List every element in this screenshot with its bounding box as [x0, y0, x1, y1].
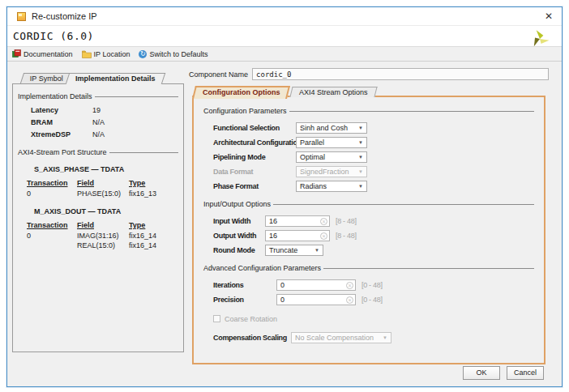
tab-implementation-details[interactable]: Implementation Details [66, 73, 165, 84]
section-axi4-port-structure: AXI4-Stream Port Structure [18, 148, 178, 156]
component-name-row: Component Name [189, 68, 549, 80]
section-rule [273, 204, 534, 205]
coarse-rotation-row: Coarse Rotation [213, 312, 534, 326]
ip-location-label: IP Location [94, 50, 130, 58]
product-title: CORDIC (6.0) [13, 30, 94, 42]
param-row-functional-selection: Functional Selection Sinh and Cosh [213, 121, 534, 135]
cancel-button[interactable]: Cancel [507, 366, 544, 380]
configuration-options-pane: Configuration Parameters Functional Sele… [192, 96, 545, 364]
component-name-label: Component Name [189, 70, 248, 79]
chevron-down-icon [358, 155, 363, 160]
section-io-options: Input/Output Options [203, 200, 534, 208]
param-row-phase-format: Phase Format Radians [213, 179, 534, 194]
compensation-scaling-dropdown: No Scale Compensation [291, 332, 391, 343]
col-transaction: Transaction [24, 178, 75, 189]
output-width-range: [8 - 48] [336, 232, 357, 240]
param-row-architectural-configuration: Architectural Configuration Parallel [213, 135, 534, 150]
documentation-label: Documentation [24, 50, 73, 58]
recustomize-ip-dialog: Re-customize IP ✕ CORDIC (6.0) Documenta… [6, 6, 563, 387]
chevron-down-icon [358, 140, 363, 145]
functional-selection-dropdown[interactable]: Sinh and Cosh [296, 122, 367, 134]
col-type: Type [126, 178, 169, 189]
chevron-down-icon [358, 184, 363, 189]
title-bar: Re-customize IP ✕ [7, 7, 562, 25]
section-title: AXI4-Stream Port Structure [18, 148, 107, 156]
implementation-details-pane: Implementation Details Latency 19 BRAM N… [12, 83, 184, 352]
port-group-title-m-axis-dout: M_AXIS_DOUT — TDATA [34, 207, 178, 215]
tab-axi4-stream-options[interactable]: AXI4 Stream Options [290, 87, 378, 97]
xilinx-logo-icon [529, 28, 550, 49]
iterations-field[interactable] [276, 279, 356, 291]
section-title: Configuration Parameters [203, 107, 287, 115]
chevron-down-icon [358, 169, 363, 174]
section-title: Advanced Configuration Parameters [203, 264, 321, 272]
section-title: Input/Output Options [203, 200, 271, 208]
io-row-round-mode: Round Mode Truncate [213, 243, 534, 258]
clear-icon [320, 232, 327, 240]
iterations-range: [0 - 48] [362, 281, 383, 289]
col-transaction: Transaction [24, 220, 75, 231]
io-row-output-width: Output Width [8 - 48] [213, 228, 534, 243]
section-implementation-details: Implementation Details [18, 92, 178, 100]
coarse-rotation-checkbox [213, 315, 220, 322]
section-rule [95, 96, 178, 97]
col-field: Field [75, 220, 126, 231]
table-row: REAL(15:0) fix16_14 [24, 241, 169, 250]
tab-ip-symbol[interactable]: IP Symbol [20, 73, 73, 83]
refresh-icon [139, 50, 147, 58]
round-mode-dropdown[interactable]: Truncate [265, 245, 323, 256]
section-rule [109, 152, 178, 153]
precision-field[interactable] [276, 294, 356, 305]
port-group-title-s-axis-phase: S_AXIS_PHASE — TDATA [34, 165, 178, 173]
folder-icon [82, 50, 92, 58]
col-field: Field [75, 178, 126, 189]
table-row: 0 PHASE(15:0) fix16_13 [24, 189, 169, 198]
switch-to-defaults-label: Switch to Defaults [149, 50, 207, 58]
port-table-m-axis-dout: Transaction Field Type 0 IMAG(31:16) fix… [24, 220, 169, 250]
close-icon[interactable]: ✕ [541, 9, 557, 23]
section-rule [289, 111, 534, 112]
architectural-configuration-dropdown[interactable]: Parallel [296, 137, 367, 148]
window-icon [17, 12, 26, 21]
clear-icon [346, 282, 353, 289]
product-heading: CORDIC (6.0) [7, 25, 562, 46]
documentation-button[interactable]: Documentation [12, 49, 73, 58]
ip-location-button[interactable]: IP Location [82, 50, 130, 58]
precision-range: [0 - 48] [362, 296, 383, 304]
detail-row-xtremedsp: XtremeDSP N/A [31, 130, 178, 138]
left-panel: IP Symbol Implementation Details Impleme… [12, 70, 184, 352]
section-title: Implementation Details [18, 92, 92, 100]
coarse-rotation-label: Coarse Rotation [225, 315, 277, 323]
chevron-down-icon [383, 335, 387, 340]
content-area: IP Symbol Implementation Details Impleme… [7, 62, 562, 368]
comp-scaling-row: Compensation Scaling No Scale Compensati… [213, 330, 534, 345]
section-advanced-parameters: Advanced Configuration Parameters [203, 264, 534, 272]
section-configuration-parameters: Configuration Parameters [203, 107, 534, 115]
clear-icon [320, 218, 327, 225]
main-tab-bar: Configuration Options AXI4 Stream Option… [194, 83, 379, 97]
component-name-input[interactable] [252, 68, 549, 80]
detail-row-bram: BRAM N/A [31, 118, 178, 126]
clear-icon [346, 296, 353, 304]
io-row-input-width: Input Width [8 - 48] [213, 214, 534, 228]
input-width-range: [8 - 48] [336, 217, 357, 225]
switch-to-defaults-button[interactable]: Switch to Defaults [139, 50, 207, 58]
chevron-down-icon [358, 126, 363, 130]
adv-row-iterations: Iterations [0 - 48] [213, 278, 534, 292]
footer-bar: OK Cancel [7, 362, 562, 386]
chevron-down-icon [314, 248, 319, 253]
left-tab-bar: IP Symbol Implementation Details [12, 70, 184, 83]
data-format-dropdown: SignedFraction [296, 166, 367, 177]
phase-format-dropdown[interactable]: Radians [296, 181, 367, 192]
documentation-icon [12, 49, 21, 58]
port-table-s-axis-phase: Transaction Field Type 0 PHASE(15:0) fix… [24, 178, 169, 198]
detail-row-latency: Latency 19 [31, 106, 178, 114]
pipelining-mode-dropdown[interactable]: Optimal [296, 151, 367, 163]
section-rule [323, 268, 534, 269]
window-title: Re-customize IP [32, 11, 541, 21]
tab-configuration-options[interactable]: Configuration Options [192, 86, 290, 99]
adv-row-precision: Precision [0 - 48] [213, 292, 534, 307]
toolbar: Documentation IP Location Switch to Defa… [7, 46, 562, 62]
table-row: 0 IMAG(31:16) fix16_14 [24, 231, 169, 241]
ok-button[interactable]: OK [463, 366, 500, 380]
